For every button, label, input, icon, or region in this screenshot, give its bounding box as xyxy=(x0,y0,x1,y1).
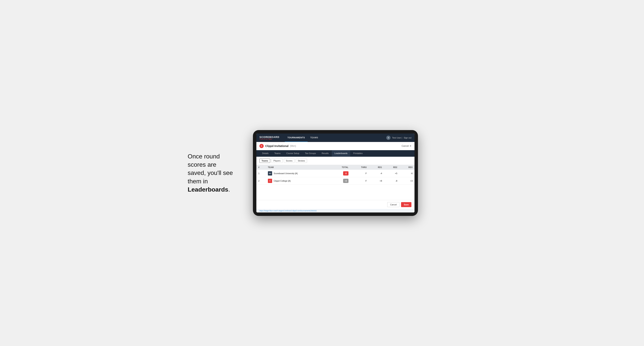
nav-links: TOURNAMENTS TEAMS xyxy=(285,134,321,142)
tab-leaderboards[interactable]: Leaderboards xyxy=(332,150,350,157)
logo-area: SCOREBOARD Powered by clippd xyxy=(260,136,280,140)
cell-team: SU Scoreboard University [A] xyxy=(266,170,330,177)
table-row: 2 C Clippd College [A] +3 F +8 -8 +3 xyxy=(256,177,414,185)
tablet-screen: SCOREBOARD Powered by clippd TOURNAMENTS… xyxy=(256,134,414,212)
cancel-button[interactable]: Cancel xyxy=(387,202,400,207)
col-thru: THRU xyxy=(350,165,369,170)
cell-rd1: +8 xyxy=(369,177,384,185)
table-spacer xyxy=(256,185,414,200)
sign-out-link[interactable]: Sign out xyxy=(404,137,412,139)
table-header-row: # TEAM TOTAL THRU RD1 RD2 RD3 xyxy=(256,165,414,170)
cell-rank: 1 xyxy=(256,170,266,177)
leaderboard-table: # TEAM TOTAL THRU RD1 RD2 RD3 1 SU Score… xyxy=(256,165,414,185)
nav-tournaments[interactable]: TOURNAMENTS xyxy=(285,134,308,142)
col-rd1: RD1 xyxy=(369,165,384,170)
filter-strokes[interactable]: Strokes xyxy=(296,159,307,163)
tab-results[interactable]: Results xyxy=(319,150,332,157)
total-badge: +3 xyxy=(343,179,348,183)
cancel-x-button[interactable]: Cancel ✕ xyxy=(402,145,412,147)
team-name: Scoreboard University [A] xyxy=(274,172,298,174)
cell-team: C Clippd College [A] xyxy=(266,177,330,185)
col-rd2: RD2 xyxy=(384,165,399,170)
filter-bar: Teams Players Scores Strokes xyxy=(256,157,414,165)
cell-thru: F xyxy=(350,170,369,177)
cell-rd1: -4 xyxy=(369,170,384,177)
total-badge: -5 xyxy=(343,171,348,175)
team-logo: C xyxy=(268,179,272,183)
cell-thru: F xyxy=(350,177,369,185)
filter-scores[interactable]: Scores xyxy=(284,159,294,163)
cell-total: +3 xyxy=(330,177,350,185)
description-text: Once round scores are saved, you'll see … xyxy=(188,152,242,194)
sub-nav: Details Teams Course Setup Tee Groups Re… xyxy=(256,150,414,157)
tab-tee-groups[interactable]: Tee Groups xyxy=(302,150,318,157)
col-rd3: RD3 xyxy=(399,165,414,170)
modal-footer: Cancel Save xyxy=(256,200,414,209)
user-avatar: S xyxy=(386,136,390,140)
tab-course-setup[interactable]: Course Setup xyxy=(284,150,302,157)
logo-powered: Powered by clippd xyxy=(260,138,280,140)
cell-rd2: +5 xyxy=(384,170,399,177)
filter-teams[interactable]: Teams xyxy=(260,159,270,163)
col-total: TOTAL xyxy=(330,165,350,170)
tab-teams[interactable]: Teams xyxy=(272,150,283,157)
cell-rd2: -8 xyxy=(384,177,399,185)
tournament-header: C Clippd Invitational (Men) Cancel ✕ xyxy=(256,142,414,150)
tournament-title-area: C Clippd Invitational (Men) xyxy=(260,144,296,148)
tournament-gender: (Men) xyxy=(290,145,296,147)
team-logo: SU xyxy=(268,171,272,175)
cell-total: -5 xyxy=(330,170,350,177)
table-row: 1 SU Scoreboard University [A] -5 F -4 +… xyxy=(256,170,414,177)
url-bar: https://stage-blue-coach.stagesCoreboard… xyxy=(256,209,414,212)
top-nav: SCOREBOARD Powered by clippd TOURNAMENTS… xyxy=(256,134,414,142)
cell-rank: 2 xyxy=(256,177,266,185)
tournament-icon: C xyxy=(260,144,264,148)
tab-printables[interactable]: Printables xyxy=(350,150,365,157)
user-name: Test User | xyxy=(392,137,402,139)
cell-rd3: -6 xyxy=(399,170,414,177)
cell-rd3: +3 xyxy=(399,177,414,185)
col-team: TEAM xyxy=(266,165,330,170)
close-icon[interactable]: ✕ xyxy=(410,145,412,147)
tab-details[interactable]: Details xyxy=(260,150,271,157)
nav-teams[interactable]: TEAMS xyxy=(308,134,321,142)
col-rank: # xyxy=(256,165,266,170)
filter-players[interactable]: Players xyxy=(271,159,283,163)
tablet-frame: SCOREBOARD Powered by clippd TOURNAMENTS… xyxy=(253,130,418,216)
save-button[interactable]: Save xyxy=(401,202,412,207)
team-name: Clippd College [A] xyxy=(274,180,290,182)
nav-right: S Test User | Sign out xyxy=(386,136,412,140)
tournament-name: Clippd Invitational xyxy=(265,145,288,148)
